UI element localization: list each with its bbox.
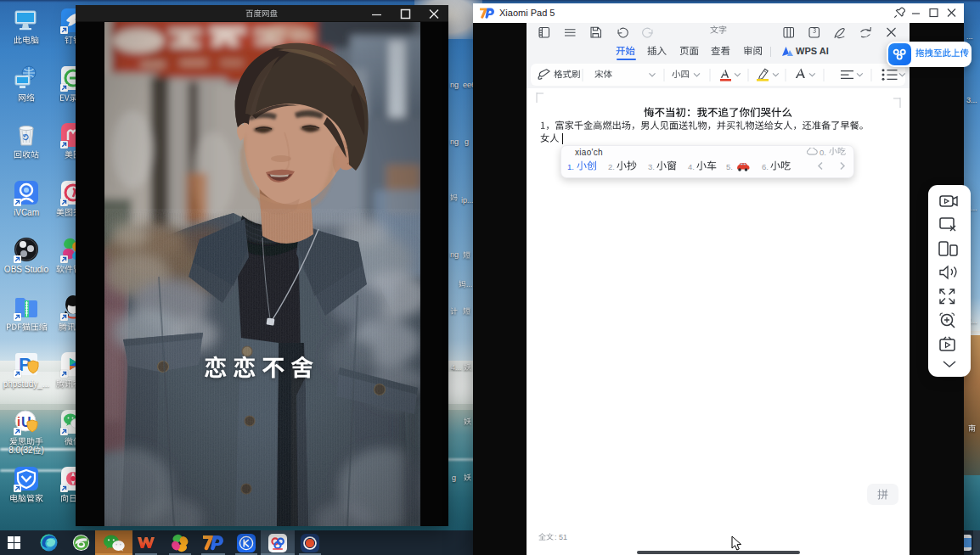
svg-text:i: i bbox=[17, 414, 20, 429]
